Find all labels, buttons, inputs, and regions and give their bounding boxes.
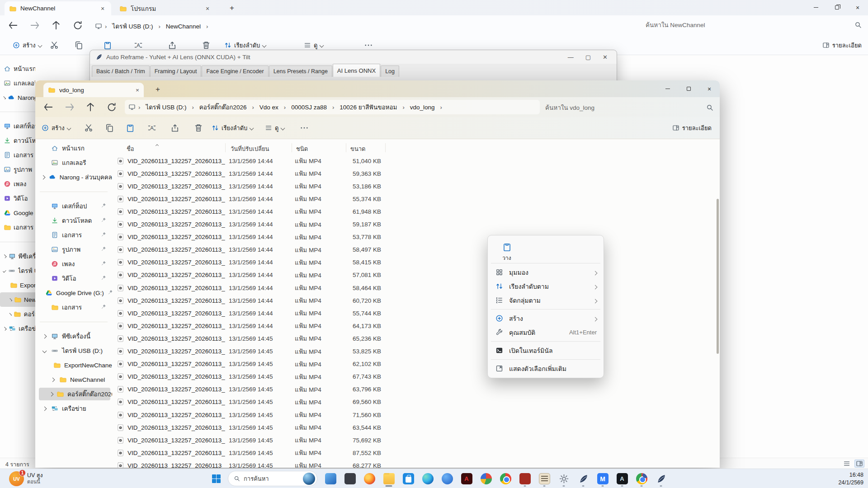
paste-icon[interactable]: [103, 41, 112, 50]
sidebar-item-รูปภาพ[interactable]: รูปภาพ: [0, 162, 35, 177]
chevron-right-icon[interactable]: [3, 254, 6, 258]
breadcrumb-item[interactable]: vdo_long: [407, 103, 438, 112]
back-icon[interactable]: [8, 20, 19, 31]
file-row[interactable]: VID_20260113_132257_20260113_132919_9...…: [112, 180, 717, 192]
new-tab-button[interactable]: +: [226, 3, 238, 14]
sidebar-item-exportnewchanel[interactable]: ExportNewChanel: [35, 358, 112, 372]
delete-icon[interactable]: [194, 123, 203, 132]
taskbar-clock[interactable]: 16:48 24/1/2569: [838, 471, 863, 487]
taskbar-app-acrobat-app[interactable]: [458, 470, 475, 487]
sidebar-item-เครือข่าย[interactable]: เครือข่าย: [35, 401, 112, 416]
paste-button[interactable]: วาง: [496, 240, 517, 264]
sidebar-item-เอกสาร[interactable]: เอกสาร: [35, 300, 112, 314]
column-size[interactable]: ขนาด: [350, 144, 366, 154]
more-options-icon[interactable]: [300, 123, 309, 132]
file-row[interactable]: VID_20260113_132257_20260113_132919_9...…: [112, 332, 717, 345]
sidebar-item-คอร์สติ๊กต๊อก2026[interactable]: คอร์สติ๊กต๊อก2026: [0, 307, 35, 321]
new-button[interactable]: สร้าง: [42, 122, 71, 134]
chevron-right-icon[interactable]: [51, 377, 55, 382]
sidebar-item-narong-ส่วนบุคคล[interactable]: Narong - ส่วนบุคคล: [0, 90, 35, 105]
rf-tab-log[interactable]: Log: [381, 66, 399, 77]
share-icon[interactable]: [170, 123, 179, 132]
chevron-right-icon[interactable]: [42, 334, 47, 338]
vertical-scrollbar[interactable]: [717, 176, 719, 463]
chevron-right-icon[interactable]: [593, 299, 598, 303]
refresh-icon[interactable]: [72, 20, 83, 31]
file-row[interactable]: VID_20260113_132257_20260113_132919_9...…: [112, 345, 717, 358]
file-row[interactable]: VID_20260113_132257_20260113_132919_9...…: [112, 408, 717, 421]
sidebar-item-เดสก์ท็อป[interactable]: เดสก์ท็อป: [35, 199, 112, 213]
taskbar-app-messenger-app[interactable]: M: [594, 470, 611, 487]
taskbar-app-red-app[interactable]: [516, 470, 533, 487]
forward-icon[interactable]: [64, 102, 75, 113]
breadcrumb-item[interactable]: ไดรฟ์ USB (D:): [109, 20, 156, 33]
chevron-right-icon[interactable]: [41, 175, 46, 179]
taskbar-app-chrome[interactable]: [497, 470, 514, 487]
file-row[interactable]: VID_20260113_132257_20260113_132919_9...…: [112, 396, 717, 408]
breadcrumb-item[interactable]: 10026 ยาสีฟันขอหอม: [337, 101, 400, 113]
sidebar-item-เดสก์ท็อป[interactable]: เดสก์ท็อป: [0, 119, 35, 133]
delete-icon[interactable]: [202, 41, 211, 50]
cut-icon[interactable]: [84, 123, 93, 132]
sidebar-item-เอกสาร[interactable]: เอกสาร: [0, 220, 35, 235]
breadcrumb-item[interactable]: Vdo ex: [257, 103, 281, 112]
list-view-toggle-icon[interactable]: [842, 460, 852, 468]
tab-close-icon[interactable]: ×: [99, 5, 107, 12]
sort-button[interactable]: เรียงลำดับ: [212, 122, 253, 134]
rename-icon[interactable]: A: [147, 123, 156, 132]
sidebar-item-แกลเลอรี[interactable]: แกลเลอรี: [35, 155, 112, 170]
file-row[interactable]: VID_20260113_132257_20260113_132919_9...…: [112, 294, 717, 307]
chevron-right-icon[interactable]: [593, 317, 598, 321]
file-row[interactable]: VID_20260113_132257_20260113_132919_9...…: [112, 421, 717, 434]
search-icon[interactable]: [854, 21, 862, 28]
taskbar-app-photos-app[interactable]: [322, 470, 339, 487]
sidebar-item-narong-ส่วนบุคคล[interactable]: Narong - ส่วนบุคคล: [35, 170, 112, 184]
taskbar-app-blue-round-app[interactable]: [439, 470, 456, 487]
view-button[interactable]: ดู: [265, 122, 284, 134]
search-input[interactable]: ค้นหาใน vdo_long: [545, 103, 713, 113]
taskbar-app-firefox[interactable]: [361, 470, 378, 487]
sidebar-item-พีซีเครื่องนี้[interactable]: พีซีเครื่องนี้: [0, 249, 35, 263]
close-button[interactable]: ×: [699, 81, 720, 96]
taskbar-app-anaconda-app[interactable]: [613, 470, 631, 487]
chevron-down-icon[interactable]: [3, 269, 6, 272]
file-row[interactable]: VID_20260113_132257_20260113_132919_9...…: [112, 218, 717, 231]
sidebar-item-ไดรฟ์-usb-d-[interactable]: ไดรฟ์ USB (D:): [35, 343, 112, 358]
new-tab-button[interactable]: +: [152, 84, 164, 95]
chevron-right-icon[interactable]: [593, 271, 598, 275]
paste-icon[interactable]: [126, 123, 135, 132]
menu-item-สร้าง[interactable]: สร้าง: [490, 311, 601, 325]
sidebar-item-exportnewchanel[interactable]: ExportNewChanel: [0, 278, 35, 292]
new-button[interactable]: สร้าง: [13, 39, 42, 52]
breadcrumb-item[interactable]: 0000SJ za88: [288, 103, 330, 112]
details-view-toggle-icon[interactable]: [854, 460, 864, 468]
sidebar-item-รูปภาพ[interactable]: รูปภาพ: [35, 242, 112, 257]
back-icon[interactable]: [43, 102, 54, 113]
sidebar-item-คอร์สติ๊กต๊อก2026[interactable]: คอร์สติ๊กต๊อก2026: [35, 387, 112, 401]
breadcrumb-item[interactable]: คอร์สติ๊กต๊อก2026: [197, 101, 250, 113]
chevron-down-icon[interactable]: [42, 348, 47, 353]
file-row[interactable]: VID_20260113_132257_20260113_132919_9...…: [112, 282, 717, 294]
this-pc-icon[interactable]: [128, 103, 136, 111]
file-row[interactable]: VID_20260113_132257_20260113_132919_9...…: [112, 319, 717, 332]
file-row[interactable]: VID_20260113_132257_20260113_132919_9...…: [112, 371, 717, 383]
more-options-icon[interactable]: [364, 41, 373, 50]
details-pane-button[interactable]: รายละเอียด: [822, 39, 862, 52]
share-icon[interactable]: [168, 41, 177, 50]
chevron-right-icon[interactable]: [3, 327, 7, 331]
sidebar-item-เครือข่าย[interactable]: เครือข่าย: [0, 321, 35, 336]
minimize-button[interactable]: [657, 81, 678, 96]
file-row[interactable]: VID_20260113_132257_20260113_132919_9...…: [112, 434, 717, 446]
chevron-right-icon[interactable]: [49, 392, 54, 396]
taskbar-app-python-app[interactable]: [575, 470, 592, 487]
search-icon[interactable]: [706, 104, 713, 111]
rename-icon[interactable]: A: [134, 41, 143, 50]
chevron-right-icon[interactable]: [42, 406, 47, 411]
rf-tab-face-engine-encoder[interactable]: Face Engine / Encoder: [202, 66, 268, 77]
menu-item-เรียงลำดับตาม[interactable]: เรียงลำดับตาม: [490, 279, 601, 293]
file-row[interactable]: VID_20260113_132257_20260113_132919_9...…: [112, 459, 717, 468]
chevron-right-icon[interactable]: [3, 96, 6, 99]
auto-reframe-title-bar[interactable]: Auto Reframe - YuNet + AI Lens (ONNX CUD…: [90, 50, 617, 64]
taskbar-app-chrome-profile[interactable]: [633, 470, 650, 487]
menu-item-เปิดในเทอร์มินัล[interactable]: เปิดในเทอร์มินัล: [490, 343, 601, 357]
